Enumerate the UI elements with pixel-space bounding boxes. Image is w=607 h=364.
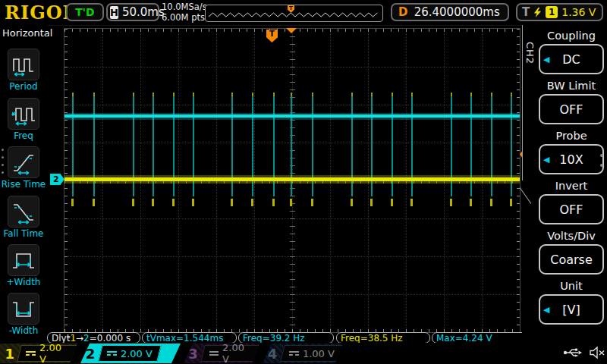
pulse-spike [312, 93, 313, 206]
speaker-muted-icon [588, 346, 606, 359]
chevron-left-icon: ◀ [543, 305, 549, 315]
measurement-text: Freq=38.5 Hz [341, 333, 403, 344]
pulse-spike [273, 93, 275, 206]
channel-menu-tab: CH2 [524, 42, 536, 64]
pulse-spike [511, 93, 512, 206]
measurement-max: Max=4.24 V [432, 332, 528, 344]
pulse-spike [72, 93, 74, 206]
usb-icon [563, 347, 583, 359]
delay-label: D [398, 5, 407, 19]
trigger-source-badge: 1 [546, 6, 558, 18]
measurement-text: 2 [83, 333, 90, 344]
rise-time-icon [8, 146, 39, 178]
pulse-spike [392, 93, 393, 206]
memory-depth: 6.00M pts [162, 12, 207, 23]
dc-coupling-icon [289, 351, 299, 356]
measurement-text: Max=4.24 V [436, 333, 492, 344]
menu-page-dots [600, 154, 603, 167]
acquisition-info: 10.0MSa/s 6.00M pts [162, 2, 207, 23]
pulse-spike [153, 93, 154, 206]
menu-item-invert[interactable]: Invert ◀ OFF [539, 180, 604, 224]
ch2-trace [64, 115, 520, 118]
delay-value: 26.4000000ms [412, 5, 502, 19]
period-icon [8, 49, 39, 80]
measurement-text: tVmax=1.544ms [146, 333, 223, 344]
pulse-spike [252, 93, 253, 206]
plus-width-icon [8, 244, 39, 276]
dc-coupling-icon [107, 351, 117, 356]
menu-item-unit[interactable]: Unit ◀ [V] [539, 280, 604, 325]
timebase-value: 50.0ms [122, 5, 165, 19]
pulse-spike [451, 93, 452, 206]
channel-2-chip[interactable]: 2 2.00 V [80, 344, 181, 363]
measure-item-freq[interactable]: Freq [0, 98, 47, 141]
measurement-text: Dlyŧ [52, 333, 70, 344]
measurement-text: → [76, 333, 83, 344]
pulse-spike [351, 93, 353, 206]
menu-item-volts-div[interactable]: Volts/Div ◀ Coarse [539, 230, 604, 275]
pulse-spike [371, 93, 373, 206]
waveform-display [64, 28, 521, 333]
pulse-spike [133, 93, 134, 206]
pulse-spike [470, 93, 472, 206]
measurement-tvmax: tVmax=1.544ms [142, 332, 237, 344]
pulse-spike [231, 93, 233, 206]
waveform-preview[interactable]: T [205, 5, 383, 22]
channel-1-chip[interactable]: 1 2.00 V [0, 344, 77, 363]
chevron-left-icon: ◀ [543, 55, 549, 64]
measure-menu: Horizontal Period Freq [0, 25, 47, 364]
channel-menu: CH2 Coupling ◀ DC BW Limit ◀ OFF Probe ◀… [522, 25, 607, 364]
pulse-spike [491, 93, 492, 206]
fall-time-icon [8, 196, 39, 228]
measurement-freq-ch2: Freq=39.2 Hz [238, 332, 334, 344]
chevron-left-icon: ◀ [543, 155, 549, 165]
trigger-slope-icon [533, 7, 542, 18]
menu-item-probe[interactable]: Probe ◀ 10X [539, 130, 604, 174]
menu-item-coupling[interactable]: Coupling ◀ DC [539, 30, 604, 74]
dc-coupling-icon [209, 351, 219, 356]
measure-item-rise-time[interactable]: Rise Time [0, 146, 47, 190]
oscilloscope-screen: RIGOL T'D H 50.0ms 10.0MSa/s 6.00M pts T… [0, 0, 607, 364]
menu-scroll-dots [2, 149, 4, 174]
ch1-trace [64, 177, 520, 181]
pulse-spike [93, 93, 95, 206]
delay-box[interactable]: D 26.4000000ms [391, 3, 509, 21]
measurement-freq-ch1: Freq=38.5 Hz [336, 332, 430, 344]
horizontal-label: H [110, 6, 118, 19]
pulse-spike [193, 93, 194, 206]
measure-item-plus-width[interactable]: +Width [0, 244, 47, 287]
measure-item-fall-time[interactable]: Fall Time [0, 196, 47, 239]
trigger-level-value: 1.36 V [561, 6, 596, 18]
measure-item-minus-width[interactable]: -Width [0, 293, 47, 336]
minus-width-icon [8, 293, 39, 325]
sample-rate: 10.0MSa/s [162, 2, 207, 12]
top-status-bar: RIGOL T'D H 50.0ms 10.0MSa/s 6.00M pts T… [0, 0, 607, 26]
pulse-spike [291, 93, 292, 206]
measurement-text: =0.000 s [90, 333, 131, 344]
timebase-box[interactable]: H 50.0ms [106, 3, 159, 21]
measure-menu-title: Horizontal [0, 25, 47, 39]
measurement-text: 1 [70, 333, 76, 344]
freq-icon [8, 98, 39, 130]
trigger-label: T [522, 5, 530, 19]
dc-coupling-icon [26, 351, 36, 356]
pulse-spike [411, 93, 413, 206]
menu-item-bw-limit[interactable]: BW Limit ◀ OFF [539, 80, 604, 124]
measure-item-period[interactable]: Period [0, 49, 47, 92]
channel-3-chip[interactable]: 3 2.00 V [184, 344, 259, 363]
measurement-text: Freq=39.2 Hz [243, 333, 305, 344]
ch2-ground-marker[interactable]: 2 [50, 174, 64, 185]
channel-status-bar: 1 2.00 V 2 2.00 V 3 2.00 V 4 1.00 V [0, 343, 607, 364]
trigger-status-box: T'D [66, 3, 104, 21]
channel-4-chip[interactable]: 4 1.00 V [263, 344, 343, 363]
trigger-box[interactable]: T 1 1.36 V [516, 3, 603, 21]
trigger-status: T'D [75, 6, 94, 18]
pulse-spike [173, 93, 175, 206]
measurement-delay: Dlyŧ1→2=0.000 s [47, 332, 140, 344]
